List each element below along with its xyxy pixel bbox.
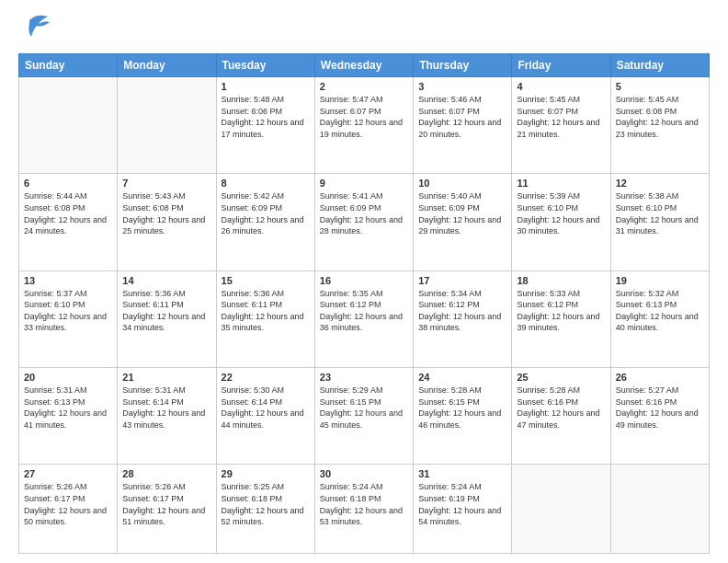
day-info: Sunrise: 5:44 AM Sunset: 6:08 PM Dayligh… — [24, 190, 112, 236]
calendar-cell: 31Sunrise: 5:24 AM Sunset: 6:19 PM Dayli… — [414, 465, 512, 554]
day-info: Sunrise: 5:24 AM Sunset: 6:19 PM Dayligh… — [418, 481, 506, 527]
day-info: Sunrise: 5:27 AM Sunset: 6:16 PM Dayligh… — [616, 385, 704, 431]
day-number: 1 — [222, 81, 310, 92]
day-number: 30 — [320, 468, 408, 479]
day-info: Sunrise: 5:25 AM Sunset: 6:18 PM Dayligh… — [222, 481, 310, 527]
day-info: Sunrise: 5:43 AM Sunset: 6:08 PM Dayligh… — [122, 190, 210, 236]
weekday-header-monday: Monday — [118, 54, 216, 77]
calendar-cell: 20Sunrise: 5:31 AM Sunset: 6:13 PM Dayli… — [19, 368, 118, 465]
calendar-cell: 12Sunrise: 5:38 AM Sunset: 6:10 PM Dayli… — [610, 174, 709, 270]
calendar-cell: 9Sunrise: 5:41 AM Sunset: 6:09 PM Daylig… — [314, 174, 413, 270]
calendar-cell: 8Sunrise: 5:42 AM Sunset: 6:09 PM Daylig… — [216, 174, 314, 270]
day-number: 17 — [418, 275, 506, 286]
calendar-week-row: 20Sunrise: 5:31 AM Sunset: 6:13 PM Dayli… — [19, 368, 710, 465]
calendar-cell: 7Sunrise: 5:43 AM Sunset: 6:08 PM Daylig… — [118, 174, 216, 270]
calendar-cell: 21Sunrise: 5:31 AM Sunset: 6:14 PM Dayli… — [118, 368, 216, 465]
day-number: 24 — [418, 372, 506, 383]
day-info: Sunrise: 5:31 AM Sunset: 6:13 PM Dayligh… — [24, 385, 112, 431]
day-number: 15 — [222, 275, 310, 286]
calendar-cell: 16Sunrise: 5:35 AM Sunset: 6:12 PM Dayli… — [314, 270, 413, 367]
day-info: Sunrise: 5:36 AM Sunset: 6:11 PM Dayligh… — [222, 288, 310, 334]
day-info: Sunrise: 5:28 AM Sunset: 6:15 PM Dayligh… — [418, 385, 506, 431]
day-number: 19 — [616, 275, 704, 286]
day-info: Sunrise: 5:36 AM Sunset: 6:11 PM Dayligh… — [122, 288, 210, 334]
day-info: Sunrise: 5:29 AM Sunset: 6:15 PM Dayligh… — [320, 385, 408, 431]
calendar-page: SundayMondayTuesdayWednesdayThursdayFrid… — [0, 0, 728, 563]
day-info: Sunrise: 5:45 AM Sunset: 6:07 PM Dayligh… — [517, 94, 605, 140]
weekday-header-wednesday: Wednesday — [314, 54, 413, 77]
calendar-cell — [610, 465, 709, 554]
day-info: Sunrise: 5:30 AM Sunset: 6:14 PM Dayligh… — [222, 385, 310, 431]
calendar-cell: 18Sunrise: 5:33 AM Sunset: 6:12 PM Dayli… — [512, 270, 610, 367]
day-info: Sunrise: 5:48 AM Sunset: 6:06 PM Dayligh… — [222, 94, 310, 140]
day-info: Sunrise: 5:45 AM Sunset: 6:08 PM Dayligh… — [616, 94, 704, 140]
logo-bird-icon — [22, 11, 51, 44]
day-info: Sunrise: 5:42 AM Sunset: 6:09 PM Dayligh… — [222, 190, 310, 236]
day-info: Sunrise: 5:31 AM Sunset: 6:14 PM Dayligh… — [122, 385, 210, 431]
calendar-cell: 27Sunrise: 5:26 AM Sunset: 6:17 PM Dayli… — [19, 465, 118, 554]
day-info: Sunrise: 5:41 AM Sunset: 6:09 PM Dayligh… — [320, 190, 408, 236]
weekday-header-friday: Friday — [512, 54, 610, 77]
day-number: 20 — [24, 372, 112, 383]
day-info: Sunrise: 5:37 AM Sunset: 6:10 PM Dayligh… — [24, 288, 112, 334]
day-number: 27 — [24, 468, 112, 479]
day-number: 13 — [24, 275, 112, 286]
weekday-header-sunday: Sunday — [19, 54, 118, 77]
day-number: 16 — [320, 275, 408, 286]
day-number: 22 — [222, 372, 310, 383]
day-info: Sunrise: 5:32 AM Sunset: 6:13 PM Dayligh… — [616, 288, 704, 334]
calendar-cell — [118, 77, 216, 174]
calendar-cell: 2Sunrise: 5:47 AM Sunset: 6:07 PM Daylig… — [314, 77, 413, 174]
day-info: Sunrise: 5:24 AM Sunset: 6:18 PM Dayligh… — [320, 481, 408, 527]
day-number: 2 — [320, 81, 408, 92]
day-number: 5 — [616, 81, 704, 92]
day-info: Sunrise: 5:34 AM Sunset: 6:12 PM Dayligh… — [418, 288, 506, 334]
day-number: 21 — [122, 372, 210, 383]
day-number: 10 — [418, 178, 506, 189]
day-number: 23 — [320, 372, 408, 383]
day-info: Sunrise: 5:33 AM Sunset: 6:12 PM Dayligh… — [517, 288, 605, 334]
calendar-cell — [19, 77, 118, 174]
day-number: 9 — [320, 178, 408, 189]
calendar-cell: 13Sunrise: 5:37 AM Sunset: 6:10 PM Dayli… — [19, 270, 118, 367]
day-number: 4 — [517, 81, 605, 92]
day-number: 14 — [122, 275, 210, 286]
calendar-cell: 29Sunrise: 5:25 AM Sunset: 6:18 PM Dayli… — [216, 465, 314, 554]
day-number: 31 — [418, 468, 506, 479]
day-info: Sunrise: 5:39 AM Sunset: 6:10 PM Dayligh… — [517, 190, 605, 236]
day-number: 25 — [517, 372, 605, 383]
day-info: Sunrise: 5:47 AM Sunset: 6:07 PM Dayligh… — [320, 94, 408, 140]
calendar-cell: 26Sunrise: 5:27 AM Sunset: 6:16 PM Dayli… — [610, 368, 709, 465]
calendar-cell: 4Sunrise: 5:45 AM Sunset: 6:07 PM Daylig… — [512, 77, 610, 174]
day-number: 11 — [517, 178, 605, 189]
day-number: 29 — [222, 468, 310, 479]
day-info: Sunrise: 5:26 AM Sunset: 6:17 PM Dayligh… — [122, 481, 210, 527]
calendar-cell: 19Sunrise: 5:32 AM Sunset: 6:13 PM Dayli… — [610, 270, 709, 367]
calendar-cell: 1Sunrise: 5:48 AM Sunset: 6:06 PM Daylig… — [216, 77, 314, 174]
day-info: Sunrise: 5:35 AM Sunset: 6:12 PM Dayligh… — [320, 288, 408, 334]
day-info: Sunrise: 5:46 AM Sunset: 6:07 PM Dayligh… — [418, 94, 506, 140]
logo — [18, 15, 51, 44]
calendar-cell: 10Sunrise: 5:40 AM Sunset: 6:09 PM Dayli… — [414, 174, 512, 270]
calendar-cell: 15Sunrise: 5:36 AM Sunset: 6:11 PM Dayli… — [216, 270, 314, 367]
weekday-header-thursday: Thursday — [414, 54, 512, 77]
calendar-cell: 6Sunrise: 5:44 AM Sunset: 6:08 PM Daylig… — [19, 174, 118, 270]
calendar-cell: 28Sunrise: 5:26 AM Sunset: 6:17 PM Dayli… — [118, 465, 216, 554]
calendar-cell: 30Sunrise: 5:24 AM Sunset: 6:18 PM Dayli… — [314, 465, 413, 554]
weekday-header-tuesday: Tuesday — [216, 54, 314, 77]
calendar-cell: 25Sunrise: 5:28 AM Sunset: 6:16 PM Dayli… — [512, 368, 610, 465]
day-info: Sunrise: 5:28 AM Sunset: 6:16 PM Dayligh… — [517, 385, 605, 431]
calendar-cell — [512, 465, 610, 554]
calendar-week-row: 6Sunrise: 5:44 AM Sunset: 6:08 PM Daylig… — [19, 174, 710, 270]
day-info: Sunrise: 5:38 AM Sunset: 6:10 PM Dayligh… — [616, 190, 704, 236]
day-info: Sunrise: 5:26 AM Sunset: 6:17 PM Dayligh… — [24, 481, 112, 527]
calendar-week-row: 27Sunrise: 5:26 AM Sunset: 6:17 PM Dayli… — [19, 465, 710, 554]
calendar-cell: 11Sunrise: 5:39 AM Sunset: 6:10 PM Dayli… — [512, 174, 610, 270]
day-number: 8 — [222, 178, 310, 189]
day-number: 28 — [122, 468, 210, 479]
calendar-cell: 22Sunrise: 5:30 AM Sunset: 6:14 PM Dayli… — [216, 368, 314, 465]
calendar-cell: 24Sunrise: 5:28 AM Sunset: 6:15 PM Dayli… — [414, 368, 512, 465]
day-number: 3 — [418, 81, 506, 92]
day-number: 12 — [616, 178, 704, 189]
weekday-header-saturday: Saturday — [610, 54, 709, 77]
